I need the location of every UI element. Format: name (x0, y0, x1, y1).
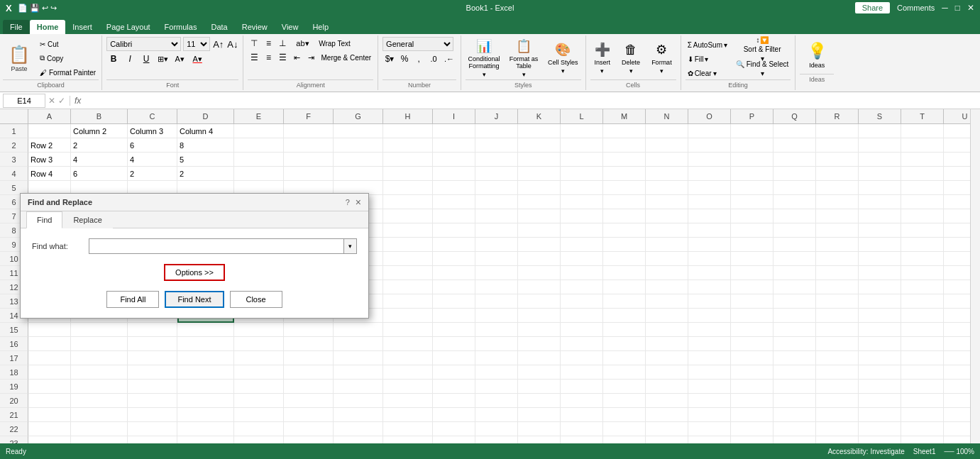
cell-M12[interactable] (603, 280, 646, 294)
cell-O13[interactable] (688, 294, 731, 309)
cell-H2[interactable] (383, 138, 433, 153)
cell-U18[interactable] (944, 365, 970, 380)
col-header-M[interactable]: M (603, 109, 646, 123)
cell-Q21[interactable] (773, 408, 816, 422)
cell-R12[interactable] (816, 280, 859, 294)
cell-R17[interactable] (816, 351, 859, 365)
dialog-tab-replace[interactable]: Replace (62, 211, 112, 228)
cell-L18[interactable] (561, 365, 603, 380)
cell-P14[interactable] (731, 309, 773, 323)
cell-S11[interactable] (859, 266, 901, 280)
cell-O14[interactable] (688, 309, 731, 323)
cell-L12[interactable] (561, 280, 603, 294)
cell-Q4[interactable] (773, 167, 816, 181)
cell-O10[interactable] (688, 252, 731, 266)
cell-B15[interactable] (71, 323, 128, 337)
cell-Q10[interactable] (773, 252, 816, 266)
font-size-select[interactable]: 11 (183, 37, 210, 51)
cell-M14[interactable] (603, 309, 646, 323)
cell-O8[interactable] (688, 223, 731, 238)
cell-J17[interactable] (475, 351, 518, 365)
cell-S15[interactable] (859, 323, 901, 337)
cell-J18[interactable] (475, 365, 518, 380)
cell-M13[interactable] (603, 294, 646, 309)
insert-button[interactable]: ➕ Insert ▾ (590, 40, 615, 77)
cell-K12[interactable] (518, 280, 561, 294)
cell-I11[interactable] (433, 266, 475, 280)
cell-A4[interactable]: Row 4 (28, 167, 71, 181)
cell-L5[interactable] (561, 181, 603, 195)
cell-M22[interactable] (603, 422, 646, 436)
cell-M1[interactable] (603, 124, 646, 138)
copy-button[interactable]: ⧉Copy (37, 52, 99, 65)
dialog-tab-find[interactable]: Find (26, 211, 62, 228)
cell-T19[interactable] (901, 380, 944, 394)
cell-N8[interactable] (646, 223, 688, 238)
bold-button[interactable]: B (106, 52, 121, 65)
cell-U14[interactable] (944, 309, 970, 323)
cell-C18[interactable] (128, 365, 177, 380)
cell-T3[interactable] (901, 153, 944, 167)
cell-U7[interactable] (944, 209, 970, 223)
tab-page-layout[interactable]: Page Layout (99, 20, 158, 34)
increase-decimal-icon[interactable]: .0 (426, 52, 441, 65)
cell-T21[interactable] (901, 408, 944, 422)
cell-P6[interactable] (731, 195, 773, 209)
cell-G18[interactable] (334, 365, 383, 380)
orientation-button[interactable]: ab▾ (293, 37, 312, 50)
paste-button[interactable]: 📋 Paste (3, 40, 35, 77)
cell-N2[interactable] (646, 138, 688, 153)
cell-H12[interactable] (383, 280, 433, 294)
cell-F3[interactable] (284, 153, 334, 167)
col-header-B[interactable]: B (71, 109, 128, 123)
col-header-T[interactable]: T (901, 109, 944, 123)
cell-S13[interactable] (859, 294, 901, 309)
col-header-C[interactable]: C (128, 109, 177, 123)
cell-K11[interactable] (518, 266, 561, 280)
cell-K15[interactable] (518, 323, 561, 337)
cell-G21[interactable] (334, 408, 383, 422)
col-header-Q[interactable]: Q (773, 109, 816, 123)
cell-I4[interactable] (433, 167, 475, 181)
cell-U3[interactable] (944, 153, 970, 167)
cell-A21[interactable] (28, 408, 71, 422)
cell-I17[interactable] (433, 351, 475, 365)
cell-U5[interactable] (944, 181, 970, 195)
autosum-button[interactable]: ΣAutoSum▾ (686, 38, 730, 51)
cell-S17[interactable] (859, 351, 901, 365)
cell-N18[interactable] (646, 365, 688, 380)
cell-N14[interactable] (646, 309, 688, 323)
cell-K14[interactable] (518, 309, 561, 323)
minimize-btn[interactable]: ─ (942, 3, 948, 13)
cell-H16[interactable] (383, 337, 433, 351)
cell-H3[interactable] (383, 153, 433, 167)
cell-H8[interactable] (383, 223, 433, 238)
align-bottom-icon[interactable]: ⊥ (276, 37, 289, 50)
cell-E15[interactable] (234, 323, 284, 337)
cell-Q15[interactable] (773, 323, 816, 337)
cell-I19[interactable] (433, 380, 475, 394)
cell-A15[interactable] (28, 323, 71, 337)
cell-P17[interactable] (731, 351, 773, 365)
cell-H19[interactable] (383, 380, 433, 394)
cell-K4[interactable] (518, 167, 561, 181)
cell-U20[interactable] (944, 394, 970, 408)
cell-S21[interactable] (859, 408, 901, 422)
cell-I7[interactable] (433, 209, 475, 223)
cell-S1[interactable] (859, 124, 901, 138)
merge-center-button[interactable]: Merge & Center (319, 51, 373, 64)
cell-H15[interactable] (383, 323, 433, 337)
cell-G15[interactable] (334, 323, 383, 337)
cell-D15[interactable] (177, 323, 234, 337)
cell-T16[interactable] (901, 337, 944, 351)
cell-E21[interactable] (234, 408, 284, 422)
cell-P19[interactable] (731, 380, 773, 394)
cell-L16[interactable] (561, 337, 603, 351)
cell-B19[interactable] (71, 380, 128, 394)
cell-R15[interactable] (816, 323, 859, 337)
cell-A17[interactable] (28, 351, 71, 365)
cell-B18[interactable] (71, 365, 128, 380)
cell-P21[interactable] (731, 408, 773, 422)
cell-R11[interactable] (816, 266, 859, 280)
cell-N10[interactable] (646, 252, 688, 266)
